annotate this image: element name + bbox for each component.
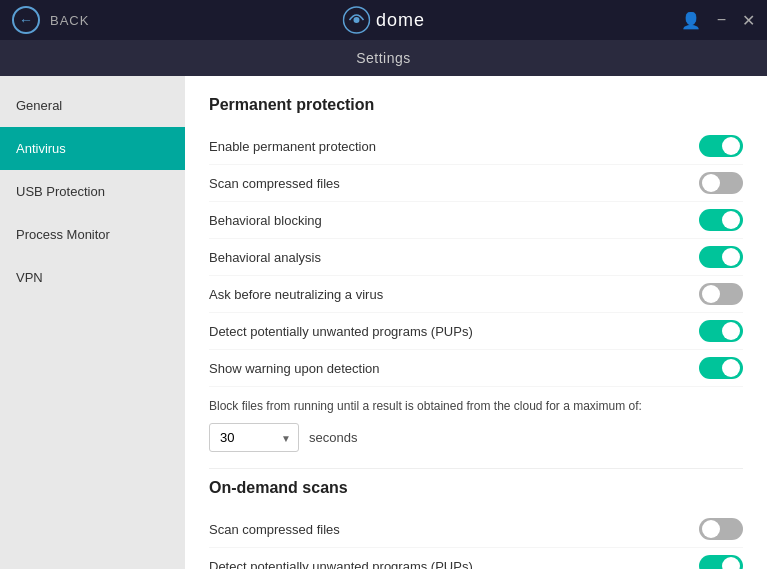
permanent-protection-title: Permanent protection: [209, 96, 743, 114]
sidebar-item-vpn[interactable]: VPN: [0, 256, 185, 299]
sidebar-label-process: Process Monitor: [16, 227, 110, 242]
toggle-scan-compressed-od[interactable]: [699, 518, 743, 540]
setting-label-detect-pups: Detect potentially unwanted programs (PU…: [209, 324, 473, 339]
setting-label-enable-permanent: Enable permanent protection: [209, 139, 376, 154]
user-icon[interactable]: 👤: [681, 11, 701, 30]
toggle-detect-pups[interactable]: [699, 320, 743, 342]
setting-label-scan-compressed-perm: Scan compressed files: [209, 176, 340, 191]
seconds-select-wrapper: 10 20 30 60 120: [209, 423, 299, 452]
section-divider: [209, 468, 743, 469]
minimize-button[interactable]: −: [717, 11, 726, 29]
toggle-behavioral-blocking[interactable]: [699, 209, 743, 231]
close-button[interactable]: ✕: [742, 11, 755, 30]
setting-row-scan-compressed-perm: Scan compressed files: [209, 165, 743, 202]
seconds-select[interactable]: 10 20 30 60 120: [209, 423, 299, 452]
setting-row-behavioral-blocking: Behavioral blocking: [209, 202, 743, 239]
sidebar-label-general: General: [16, 98, 62, 113]
toggle-behavioral-analysis[interactable]: [699, 246, 743, 268]
svg-point-1: [353, 17, 359, 23]
toggle-show-warning[interactable]: [699, 357, 743, 379]
setting-row-enable-permanent: Enable permanent protection: [209, 128, 743, 165]
settings-title: Settings: [356, 50, 411, 66]
main-container: General Antivirus USB Protection Process…: [0, 76, 767, 569]
setting-label-ask-neutralize: Ask before neutralizing a virus: [209, 287, 383, 302]
on-demand-scans-title: On-demand scans: [209, 479, 743, 497]
back-label[interactable]: BACK: [50, 13, 89, 28]
titlebar-logo: dome: [342, 6, 425, 34]
sidebar-item-general[interactable]: General: [0, 84, 185, 127]
setting-row-detect-pups: Detect potentially unwanted programs (PU…: [209, 313, 743, 350]
logo-text: dome: [376, 10, 425, 31]
content-area: Permanent protection Enable permanent pr…: [185, 76, 767, 569]
setting-label-behavioral-analysis: Behavioral analysis: [209, 250, 321, 265]
dome-logo-icon: [342, 6, 370, 34]
titlebar-left: ← BACK: [12, 6, 89, 34]
toggle-ask-neutralize[interactable]: [699, 283, 743, 305]
block-cloud-text: Block files from running until a result …: [209, 397, 743, 415]
setting-label-scan-compressed-od: Scan compressed files: [209, 522, 340, 537]
sidebar-label-antivirus: Antivirus: [16, 141, 66, 156]
back-button[interactable]: ←: [12, 6, 40, 34]
setting-label-behavioral-blocking: Behavioral blocking: [209, 213, 322, 228]
titlebar-right: 👤 − ✕: [681, 11, 755, 30]
sidebar-label-usb: USB Protection: [16, 184, 105, 199]
sidebar-item-process[interactable]: Process Monitor: [0, 213, 185, 256]
toggle-detect-pups-od[interactable]: [699, 555, 743, 569]
setting-row-ask-neutralize: Ask before neutralizing a virus: [209, 276, 743, 313]
toggle-enable-permanent[interactable]: [699, 135, 743, 157]
seconds-label: seconds: [309, 430, 357, 445]
seconds-row: 10 20 30 60 120 seconds: [209, 423, 743, 452]
sidebar-item-usb[interactable]: USB Protection: [0, 170, 185, 213]
setting-label-show-warning: Show warning upon detection: [209, 361, 380, 376]
setting-row-show-warning: Show warning upon detection: [209, 350, 743, 387]
sidebar-label-vpn: VPN: [16, 270, 43, 285]
sidebar: General Antivirus USB Protection Process…: [0, 76, 185, 569]
toggle-scan-compressed-perm[interactable]: [699, 172, 743, 194]
setting-label-detect-pups-od: Detect potentially unwanted programs (PU…: [209, 559, 473, 570]
setting-row-behavioral-analysis: Behavioral analysis: [209, 239, 743, 276]
sidebar-item-antivirus[interactable]: Antivirus: [0, 127, 185, 170]
settings-header: Settings: [0, 40, 767, 76]
titlebar: ← BACK dome 👤 − ✕: [0, 0, 767, 40]
setting-row-scan-compressed-od: Scan compressed files: [209, 511, 743, 548]
setting-row-detect-pups-od: Detect potentially unwanted programs (PU…: [209, 548, 743, 569]
